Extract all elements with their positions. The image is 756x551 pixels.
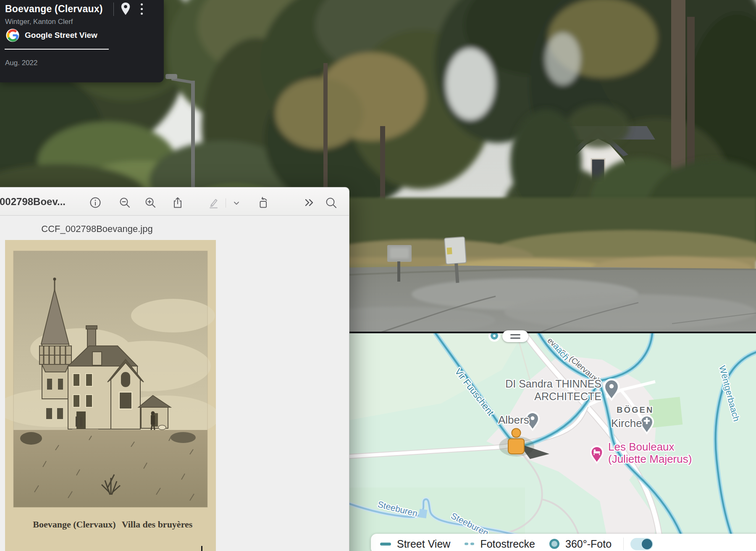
postcard-image: Boevange (Clervaux) Villa des bruyères [5,240,216,551]
legend-street-view: Street View [380,538,450,550]
poi-kirche[interactable]: Kirche [611,417,642,430]
toolbar-divider [226,198,226,208]
window-title: 002798Boev... [0,196,66,208]
legend-divider [623,538,624,550]
street-view-info-panel: Boevange (Clervaux) Wintger, Kanton Cler… [0,0,164,82]
more-options-icon[interactable] [139,3,144,17]
share-icon[interactable] [171,196,184,209]
google-logo-icon [6,29,19,42]
zoom-out-icon[interactable] [118,196,131,209]
location-pin-icon[interactable] [119,2,132,16]
chevron-down-icon[interactable] [231,198,242,208]
legend-street-view-label: Street View [397,538,450,550]
street-view-line-icon [380,543,391,546]
postcard-caption-subtitle: Villa des bruyères [122,519,193,530]
screen: { "streetview_overlay": { "title": "Boev… [0,0,756,551]
legend-360-foto: 360°-Foto [549,538,612,550]
zoom-in-icon[interactable] [144,196,157,209]
location-subtitle: Wintger, Kanton Clerf [5,18,73,26]
info-icon[interactable] [89,196,102,209]
postcard-caption-title: Boevange (Clervaux) [33,519,116,530]
panel-underline [5,49,109,50]
poi-architect-line1[interactable]: DI Sandra THINNES [505,378,601,390]
drag-handle-icon[interactable] [502,330,528,342]
poi-albers[interactable]: Albers [498,414,529,426]
provider-label: Google Street View [25,31,97,40]
map-legend-bar: Street View Fotostrecke 360°-Foto [371,534,756,551]
document-filename: CCF_002798Boevange.jpg [0,224,219,235]
preview-window[interactable]: 002798Boev... CCF_002798Boevange.jp [0,187,349,551]
location-title: Boevange (Clervaux) [5,3,103,15]
locality-label-bogen[interactable]: BÖGEN [617,405,654,414]
park-area [649,397,682,427]
poi-lodging-line2[interactable]: (Juliette Majerus) [608,453,692,465]
legend-fotostrecke: Fotostrecke [465,538,535,550]
poi-lodging-line1[interactable]: Les Bouleaux [608,440,675,453]
preview-toolbar: 002798Boev... [0,187,349,216]
fotostrecke-dashed-line-icon [465,543,474,545]
legend-360-label: 360°-Foto [565,538,612,550]
poi-architect-line2[interactable]: ARCHITECTE [534,390,601,402]
legend-fotostrecke-label: Fotostrecke [480,538,535,550]
photo-360-ring-icon [549,539,559,549]
search-icon[interactable] [325,196,337,209]
markup-icon[interactable] [207,196,220,209]
toggle-knob[interactable] [642,539,652,549]
panel-divider [113,3,114,16]
layer-toggle[interactable] [630,538,653,550]
rotate-icon[interactable] [257,196,270,209]
capture-date: Aug. 2022 [5,59,38,67]
more-toolbar-items-icon[interactable] [303,196,316,209]
